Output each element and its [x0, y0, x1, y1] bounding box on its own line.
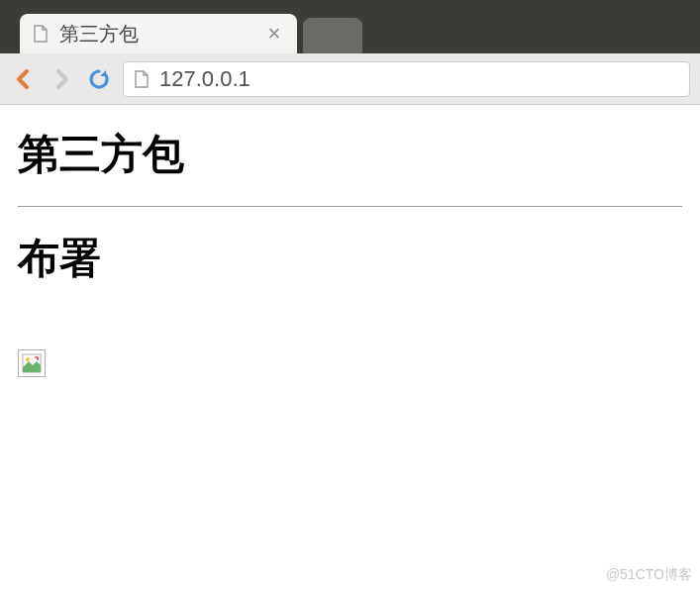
- address-url: 127.0.0.1: [159, 66, 250, 92]
- tab-close-icon[interactable]: ×: [263, 21, 285, 47]
- reload-button[interactable]: [85, 65, 113, 93]
- browser-tab-inactive[interactable]: [303, 18, 362, 53]
- svg-point-1: [26, 357, 30, 361]
- back-button[interactable]: [10, 65, 38, 93]
- file-icon: [32, 25, 50, 43]
- broken-image-icon: [18, 349, 46, 377]
- page-heading-2: 布署: [18, 231, 682, 286]
- browser-toolbar: 127.0.0.1: [0, 53, 700, 105]
- tab-title: 第三方包: [59, 21, 253, 48]
- address-bar[interactable]: 127.0.0.1: [123, 61, 690, 97]
- divider: [18, 206, 682, 207]
- page-content: 第三方包 布署: [0, 105, 700, 399]
- tab-strip: 第三方包 ×: [0, 10, 700, 53]
- forward-button[interactable]: [48, 65, 75, 93]
- page-heading-1: 第三方包: [18, 127, 682, 182]
- browser-tab-active[interactable]: 第三方包 ×: [20, 14, 297, 53]
- window-titlebar: [0, 0, 700, 10]
- file-icon: [134, 70, 150, 88]
- watermark: @51CTO博客: [606, 566, 692, 584]
